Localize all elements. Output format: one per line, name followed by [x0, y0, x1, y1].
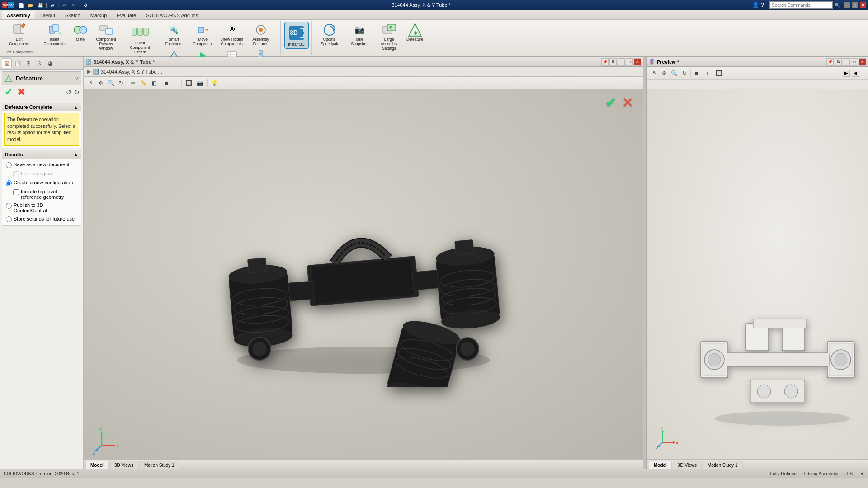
confirm-btn[interactable]: ✔ [4, 87, 14, 97]
rpt-rotate-btn[interactable]: ↻ [680, 68, 689, 78]
option-create-config[interactable]: Create a new configuration [4, 178, 79, 188]
cmd-update-speedpak[interactable]: Update Speedpak [316, 22, 344, 47]
cmd-assembly-features[interactable]: Assembly Features [247, 22, 275, 47]
right-panel-max[interactable]: □ [851, 58, 858, 66]
cmd-defeature[interactable]: ◈ Defeature [405, 22, 425, 42]
viewport-check-btn[interactable]: ✔ [605, 94, 617, 111]
cmd-smart-fasteners[interactable]: 🔩 Smart Fasteners [160, 22, 188, 47]
vt-view-btn[interactable]: 🔲 [184, 78, 194, 88]
right-panel-restore[interactable]: ⧉ [835, 58, 842, 66]
option-store-settings[interactable]: Store settings for future use [4, 215, 79, 224]
rpt-select-btn[interactable]: ↖ [651, 68, 659, 78]
vp-pin-btn[interactable]: 📌 [601, 58, 609, 66]
tab-markup[interactable]: Markup [85, 11, 112, 19]
vt-measure-btn[interactable]: 📏 [138, 78, 149, 88]
cmd-move-component[interactable]: Move Component [189, 22, 217, 47]
vt-display-mode-btn[interactable]: ◼ [162, 78, 170, 88]
vp-close-btn[interactable]: ✕ [634, 58, 641, 66]
cmd-linear-pattern[interactable]: Linear Component Pattern ▼ [127, 22, 153, 60]
cancel-btn[interactable]: ✖ [16, 87, 26, 97]
check-include-ref[interactable] [13, 189, 19, 195]
vt-pan-btn[interactable]: ✥ [97, 78, 105, 88]
right-panel-viewport[interactable]: X Y Z [647, 89, 868, 459]
open-btn[interactable]: 📂 [27, 1, 35, 9]
cmd-insert-components[interactable]: + Insert Components [41, 22, 69, 47]
option-save-new[interactable]: Save as a new document [4, 160, 79, 169]
print-btn[interactable]: 🖨 [48, 1, 57, 9]
rpt-zoom-btn[interactable]: 🔍 [669, 68, 679, 78]
option-link-original[interactable]: Link to original [4, 169, 79, 178]
radio-store-settings[interactable] [6, 216, 12, 222]
help-icon[interactable]: ? [75, 76, 78, 81]
vt-cameras-btn[interactable]: 📷 [195, 78, 205, 88]
cmd-take-snapshot[interactable]: 📷 Take Snapshot [345, 22, 373, 47]
vt-sketch-btn[interactable]: ✏ [129, 78, 137, 88]
minimize-btn[interactable]: ─ [844, 2, 850, 8]
rotate-cw-btn[interactable]: ↻ [74, 89, 80, 96]
radio-create-config[interactable] [6, 180, 12, 186]
redo-btn[interactable]: ↪ [70, 1, 78, 9]
viewport-3d[interactable]: ✔ ✕ [84, 89, 643, 459]
right-tab-model[interactable]: Model [649, 461, 672, 469]
search-btn[interactable]: 🔍 [835, 3, 840, 8]
vt-hide-show-btn[interactable]: ◻ [171, 78, 179, 88]
tab-layout[interactable]: Layout [35, 11, 60, 19]
right-panel-min[interactable]: ─ [843, 58, 850, 66]
breadcrumb-path[interactable]: 314044 Assy, X & Y Tube ... [101, 69, 162, 75]
vt-section-btn[interactable]: ◧ [150, 78, 158, 88]
option-include-ref[interactable]: Include top level reference geometry [4, 188, 79, 201]
vp-max-btn[interactable]: □ [626, 58, 633, 66]
cmd-edit-component[interactable]: Edit Component [5, 22, 33, 47]
vt-lighting-btn[interactable]: 💡 [209, 78, 220, 88]
panel-tab-grid[interactable]: ⊞ [24, 58, 33, 68]
maximize-btn[interactable]: □ [852, 2, 858, 8]
search-input[interactable] [769, 1, 833, 9]
radio-save-new[interactable] [6, 162, 12, 168]
status-units[interactable]: IPS [845, 471, 853, 476]
cmd-large-assembly[interactable]: ⚙ Large Assembly Settings [375, 22, 403, 52]
splitter-handle[interactable]: ⋮ [643, 57, 646, 469]
tab-model[interactable]: Model [85, 461, 108, 469]
tab-solidworks-addins[interactable]: SOLIDWORKS Add-Ins [141, 11, 203, 19]
tab-motion-study-1[interactable]: Motion Study 1 [139, 461, 179, 469]
check-link-original[interactable] [13, 171, 19, 177]
right-panel-pin[interactable]: 📌 [826, 58, 834, 66]
panel-tab-tree[interactable]: 📋 [13, 58, 23, 68]
save-btn[interactable]: 💾 [36, 1, 44, 9]
right-tab-motion-study-1[interactable]: Motion Study 1 [703, 461, 743, 469]
panel-tab-pie[interactable]: ◕ [45, 58, 55, 68]
new-btn[interactable]: 📄 [17, 1, 25, 9]
right-edge-btn-1[interactable]: ▶ [843, 70, 850, 77]
panel-tab-home[interactable]: 🏠 [2, 58, 12, 68]
tab-evaluate[interactable]: Evaluate [112, 11, 141, 19]
rpt-hide-btn[interactable]: ◻ [702, 68, 710, 78]
tab-assembly[interactable]: Assembly [2, 11, 35, 19]
tab-sketch[interactable]: Sketch [60, 11, 85, 19]
rpt-display-btn[interactable]: ◼ [693, 68, 701, 78]
help-btn[interactable]: ? [761, 2, 764, 8]
user-icon[interactable]: 👤 [752, 2, 759, 8]
right-panel-close[interactable]: ✕ [859, 58, 866, 66]
rebuild-btn[interactable]: ⚙ [82, 1, 90, 9]
vt-zoom-btn[interactable]: 🔍 [106, 78, 116, 88]
undo-btn[interactable]: ↩ [60, 1, 68, 9]
tab-3d-views[interactable]: 3D Views [109, 461, 138, 469]
cmd-show-hidden[interactable]: 👁 Show Hidden Components [218, 22, 246, 47]
section-complete-header[interactable]: Defeature Complete ▲ [2, 103, 81, 111]
close-app-btn[interactable]: ✕ [860, 2, 866, 8]
vp-restore-btn[interactable]: ⧉ [609, 58, 617, 66]
section-results-header[interactable]: Results ▲ [2, 150, 81, 159]
radio-publish-3d[interactable] [6, 203, 12, 209]
viewport-x-btn[interactable]: ✕ [622, 94, 634, 111]
cmd-instant3d[interactable]: 3D Instant3D [284, 22, 309, 49]
option-publish-3d[interactable]: Publish to 3D ContentCentral [4, 201, 79, 215]
vt-rotate-btn[interactable]: ↻ [117, 78, 125, 88]
rpt-view-btn[interactable]: 🔲 [714, 68, 724, 78]
vp-min-btn[interactable]: ─ [618, 58, 625, 66]
cmd-mate[interactable]: Mate [71, 22, 90, 42]
rpt-pan-btn[interactable]: ✥ [660, 68, 668, 78]
status-units-dropdown[interactable]: ▼ [860, 471, 864, 476]
right-edge-btn-2[interactable]: ◀ [852, 70, 859, 77]
rotate-ccw-btn[interactable]: ↺ [66, 89, 71, 96]
cmd-preview-window[interactable]: Component Preview Window [92, 22, 120, 52]
